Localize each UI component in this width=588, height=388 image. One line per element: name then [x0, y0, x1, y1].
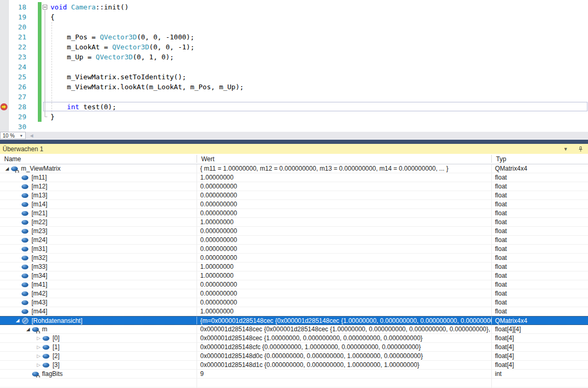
watch-cell-type: float[4] — [492, 352, 588, 360]
editor-zoom-select[interactable]: 10 % ▼ — [0, 132, 26, 139]
watch-cell-value[interactable]: 0.000000000 — [197, 227, 492, 235]
watch-name-label: [0] — [53, 334, 59, 342]
watch-cell-value[interactable]: 0.000000000 — [197, 290, 492, 297]
watch-cell-value[interactable]: 0.000000000 — [197, 183, 492, 190]
watch-row-m31[interactable]: [m31]0.000000000float — [0, 245, 588, 254]
watch-cell-value[interactable]: 1.00000000 — [197, 272, 492, 279]
line-number: 21 — [5, 32, 26, 42]
editor-watch-splitter[interactable] — [0, 140, 588, 144]
watch-row-m34[interactable]: [m34]1.00000000float — [0, 271, 588, 280]
watch-cell-value[interactable]: {m=0x000001d285148cec {0x000001d285148ce… — [197, 317, 492, 324]
watch-row-m14[interactable]: [m14]0.000000000float — [0, 200, 588, 209]
watch-cell-value[interactable]: 0.000000000 — [197, 281, 492, 288]
watch-cell-value[interactable]: 0.000000000 — [197, 299, 492, 306]
watch-cell-type: float — [492, 192, 588, 199]
code-line-28[interactable]: 28 int test(0); — [0, 102, 588, 112]
watch-row-m22[interactable]: [m22]1.00000000float — [0, 218, 588, 227]
watch-cell-value[interactable]: 0x000001d285148d0c {0.000000000, 0.00000… — [197, 352, 492, 360]
hscroll-left-arrow-icon[interactable]: ◀ — [28, 132, 35, 139]
code-line-19[interactable]: 19{ — [0, 12, 588, 22]
watch-cell-type: float[4] — [492, 343, 588, 351]
watch-row-m32[interactable]: [m32]0.000000000float — [0, 254, 588, 263]
watch-cell-value[interactable]: 0.000000000 — [197, 245, 492, 253]
code-line-27[interactable]: 27 — [0, 92, 588, 102]
code-line-25[interactable]: 25 m_ViewMatrix.setToIdentity(); — [0, 72, 588, 82]
watch-cell-name: ▷[0] — [0, 334, 197, 342]
pin-icon[interactable] — [577, 146, 584, 152]
watch-row-m12[interactable]: [m12]0.000000000float — [0, 182, 588, 191]
watch-row-empty[interactable] — [0, 379, 588, 387]
watch-cell-name: [m34] — [0, 272, 197, 279]
watch-cell-value[interactable]: 1.00000000 — [197, 218, 492, 226]
watch-row-Rohdatenansicht[interactable]: ◢[Rohdatenansicht]{m=0x000001d285148cec … — [0, 316, 588, 325]
watch-cell-value[interactable]: 0.000000000 — [197, 192, 492, 199]
watch-row-3[interactable]: ▷[3]0x000001d285148d1c {0.000000000, 0.0… — [0, 361, 588, 370]
column-resize-handle[interactable] — [491, 155, 492, 163]
field-icon — [22, 228, 29, 235]
column-header-typ[interactable]: Typ — [492, 154, 506, 164]
watch-cell-value[interactable]: 0x000001d285148d1c {0.000000000, 0.00000… — [197, 361, 492, 369]
code-line-26[interactable]: 26 m_ViewMatrix.lookAt(m_LookAt, m_Pos, … — [0, 82, 588, 92]
code-line-21[interactable]: 21 m_Pos = QVector3D(0, 0, -1000); — [0, 32, 588, 42]
column-header-name[interactable]: Name — [0, 154, 21, 164]
watch-row-flagBits[interactable]: flagBits9int — [0, 370, 588, 379]
code-line-22[interactable]: 22 m_LookAt = QVector3D(0, 0, -1); — [0, 42, 588, 52]
column-header-wert[interactable]: Wert — [197, 154, 214, 164]
watch-cell-type: float — [492, 245, 588, 253]
code-text: m_LookAt = QVector3D(0, 0, -1); — [50, 42, 194, 52]
watch-cell-value[interactable]: 0.000000000 — [197, 236, 492, 244]
watch-row-m23[interactable]: [m23]0.000000000float — [0, 227, 588, 236]
watch-cell-value[interactable]: { m11 = 1.00000000, m12 = 0.000000000, m… — [197, 165, 492, 172]
watch-cell-value[interactable]: 1.00000000 — [197, 308, 492, 315]
watch-cell-value[interactable]: 0.000000000 — [197, 254, 492, 261]
tree-expander-icon[interactable]: ◢ — [3, 165, 11, 173]
code-editor[interactable]: 18void Camera::init()19{2021 m_Pos = QVe… — [0, 0, 588, 132]
watch-row-m24[interactable]: [m24]0.000000000float — [0, 236, 588, 245]
watch-row-m_ViewMatrix[interactable]: ◢m_ViewMatrix{ m11 = 1.00000000, m12 = 0… — [0, 164, 588, 173]
column-resize-handle[interactable] — [197, 155, 197, 163]
watch-cell-value[interactable]: 1.00000000 — [197, 263, 492, 270]
watch-row-m13[interactable]: [m13]0.000000000float — [0, 191, 588, 200]
code-line-20[interactable]: 20 — [0, 22, 588, 32]
tree-expander-icon[interactable]: ▷ — [35, 334, 43, 342]
field-icon — [22, 272, 29, 279]
watch-row-1[interactable]: ▷[1]0x000001d285148cfc {0.000000000, 1.0… — [0, 343, 588, 352]
watch-row-m44[interactable]: [m44]1.00000000float — [0, 307, 588, 316]
watch-row-m43[interactable]: [m43]0.000000000float — [0, 298, 588, 307]
code-line-24[interactable]: 24 — [0, 62, 588, 72]
code-line-30[interactable]: 30 — [0, 122, 588, 132]
watch-row-m11[interactable]: [m11]1.00000000float — [0, 173, 588, 182]
code-line-18[interactable]: 18void Camera::init() — [0, 2, 588, 12]
breakpoint-current-statement-icon[interactable] — [0, 103, 8, 111]
watch-rows-container: ◢m_ViewMatrix{ m11 = 1.00000000, m12 = 0… — [0, 164, 588, 388]
watch-name-label: [m22] — [32, 218, 47, 226]
watch-cell-value[interactable]: 0.000000000 — [197, 201, 492, 208]
tree-expander-icon[interactable]: ▷ — [35, 352, 43, 360]
watch-row-m41[interactable]: [m41]0.000000000float — [0, 280, 588, 289]
watch-cell-value[interactable]: 0x000001d285148cfc {0.000000000, 1.00000… — [197, 343, 492, 351]
code-line-23[interactable]: 23 m_Up = QVector3D(0, 1, 0); — [0, 52, 588, 62]
watch-row-2[interactable]: ▷[2]0x000001d285148d0c {0.000000000, 0.0… — [0, 352, 588, 361]
tree-expander-icon[interactable]: ▷ — [35, 343, 43, 351]
watch-name-label: [1] — [53, 343, 59, 351]
watch-cell-value[interactable]: 0x000001d285148cec {1.00000000, 0.000000… — [197, 334, 492, 342]
field-icon — [22, 183, 29, 190]
watch-row-0[interactable]: ▷[0]0x000001d285148cec {1.00000000, 0.00… — [0, 334, 588, 343]
watch-cell-value[interactable]: 0.000000000 — [197, 209, 492, 217]
watch-row-m[interactable]: ◢m0x000001d285148cec {0x000001d285148cec… — [0, 325, 588, 334]
watch-row-m42[interactable]: [m42]0.000000000float — [0, 289, 588, 298]
watch-row-m33[interactable]: [m33]1.00000000float — [0, 263, 588, 271]
tree-expander-icon[interactable]: ◢ — [14, 317, 22, 324]
code-line-29[interactable]: 29} — [0, 112, 588, 122]
watch-cell-value[interactable]: 9 — [197, 370, 492, 377]
watch-title-bar[interactable]: Überwachen 1 ▼ — [0, 144, 588, 154]
watch-cell-value[interactable]: 1.00000000 — [197, 174, 492, 181]
watch-cell-value[interactable]: 0x000001d285148cec {0x000001d285148cec {… — [197, 326, 492, 333]
code-lines-container: 18void Camera::init()19{2021 m_Pos = QVe… — [0, 2, 588, 132]
tree-expander-icon[interactable]: ▷ — [35, 361, 43, 369]
editor-horizontal-scrollbar[interactable]: 10 % ▼ ◀ — [0, 132, 588, 140]
watch-row-m21[interactable]: [m21]0.000000000float — [0, 209, 588, 218]
fold-collapse-icon[interactable] — [43, 5, 47, 9]
window-position-chevron-icon[interactable]: ▼ — [563, 146, 577, 152]
tree-expander-icon[interactable]: ◢ — [24, 326, 32, 333]
